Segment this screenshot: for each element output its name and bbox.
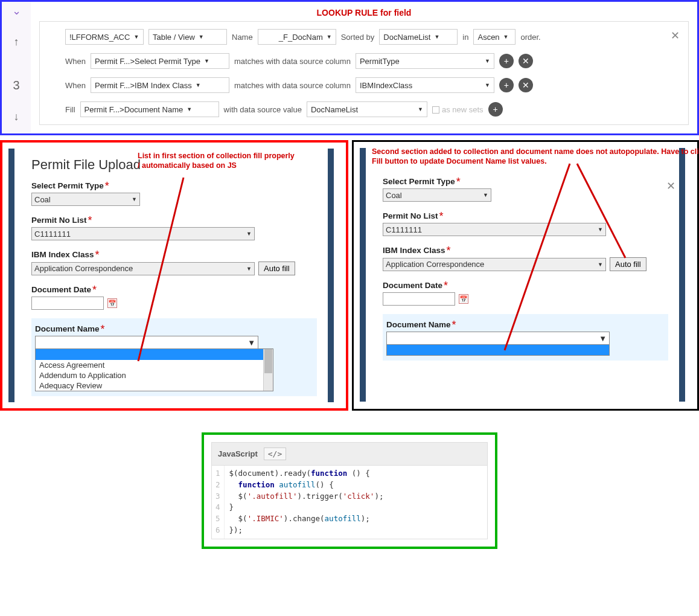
close-icon[interactable]: ✕ <box>671 29 680 42</box>
doc-name-dropdown-empty[interactable] <box>386 345 610 356</box>
ibm-index-select[interactable]: Application Correspondence▼ <box>383 258 606 271</box>
rule-header: LOOKUP RULE for field <box>39 8 689 18</box>
js-panel: JavaScript </> 123456 $(document).ready(… <box>202 432 497 549</box>
required-icon: * <box>456 176 461 188</box>
arrow-down-icon[interactable]: ↓ <box>14 111 19 123</box>
when-row-2: When Permit F...>IBM Index Class▼ matche… <box>47 77 681 93</box>
required-icon: * <box>444 280 448 292</box>
left-form-panel: List in first section of collection fill… <box>0 140 348 411</box>
doc-name-select[interactable]: ▼ <box>35 336 258 349</box>
required-icon: * <box>105 180 109 192</box>
arrow-up-icon[interactable]: ↑ <box>14 36 19 48</box>
required-icon: * <box>88 214 92 226</box>
required-icon: * <box>92 284 97 296</box>
close-icon[interactable]: ✕ <box>666 179 675 193</box>
with-label: with data source value <box>224 105 302 114</box>
doc-name-block: Document Name* ▼ <box>383 314 668 361</box>
fill-value-select[interactable]: DocNameList▼ <box>307 101 427 117</box>
permit-type-select[interactable]: Coal▼ <box>383 188 491 202</box>
ibm-index-label: IBM Index Class <box>31 250 94 259</box>
rule-box: ✕ !LFFORMS_ACC▼ Table / View▼ Name _F_Do… <box>39 21 689 125</box>
permit-type-label: Select Permit Type <box>383 177 455 186</box>
code-block: 123456 $(document).ready(function () { f… <box>211 466 488 539</box>
required-icon: * <box>452 319 456 331</box>
required-icon: * <box>439 210 444 222</box>
doc-name-block: Document Name* ▼ Access Agreement Addend… <box>31 318 317 396</box>
required-icon: * <box>95 249 100 261</box>
autofill-button[interactable]: Auto fill <box>610 257 646 271</box>
list-item[interactable] <box>36 349 263 360</box>
code-icon[interactable]: </> <box>264 448 286 460</box>
forms-row: List in first section of collection fill… <box>0 140 699 411</box>
order-select[interactable]: Ascen▼ <box>473 29 515 45</box>
permit-no-select[interactable]: C1111111▼ <box>383 223 606 236</box>
remove-icon[interactable]: ✕ <box>519 78 533 92</box>
doc-name-label: Document Name <box>386 320 451 329</box>
doc-date-input[interactable] <box>383 292 455 306</box>
when2-field-select[interactable]: Permit F...>IBM Index Class▼ <box>91 77 229 93</box>
doc-date-label: Document Date <box>31 285 91 294</box>
sorted-select[interactable]: DocNameList▼ <box>379 29 458 45</box>
fill-field-select[interactable]: Permit F...>Document Name▼ <box>80 101 219 117</box>
rule-number: 3 <box>13 79 19 92</box>
mode-select[interactable]: Table / View▼ <box>148 29 227 45</box>
permit-no-label: Permit No List <box>31 216 87 225</box>
match-label: matches with data source column <box>234 57 351 66</box>
name-label: Name <box>232 33 253 42</box>
permit-type-select[interactable]: Coal▼ <box>31 193 140 206</box>
scrollbar[interactable] <box>263 349 273 391</box>
when-label: When <box>65 57 86 66</box>
permit-type-label: Select Permit Type <box>31 181 104 190</box>
when-label: When <box>65 81 86 90</box>
as-new-sets: as new sets <box>432 105 484 114</box>
doc-date-input[interactable] <box>31 297 104 310</box>
doc-date-label: Document Date <box>383 281 442 290</box>
fill-label: Fill <box>65 105 75 114</box>
plus-icon[interactable]: + <box>499 78 514 92</box>
permit-no-select[interactable]: C1111111▼ <box>31 227 255 240</box>
required-icon: * <box>447 245 451 257</box>
js-header: JavaScript </> <box>211 442 488 466</box>
when1-field-select[interactable]: Permit F...>Select Permit Type▼ <box>91 53 229 69</box>
calendar-icon[interactable]: 📅 <box>107 298 117 308</box>
rule-top-row: !LFFORMS_ACC▼ Table / View▼ Name _F_DocN… <box>47 29 681 45</box>
when2-column-select[interactable]: IBMIndexClass▼ <box>356 77 494 93</box>
annotation-right: Second section added to collection and d… <box>372 147 699 167</box>
in-label: in <box>462 33 468 42</box>
calendar-icon[interactable]: 📅 <box>459 294 468 304</box>
code-content: $(document).ready(function () { function… <box>225 466 389 539</box>
match-label: matches with data source column <box>234 81 351 90</box>
js-title: JavaScript <box>218 449 258 458</box>
ibm-index-select[interactable]: Application Correspondence▼ <box>31 262 255 275</box>
permit-no-label: Permit No List <box>383 211 438 220</box>
doc-name-select[interactable]: ▼ <box>386 332 610 345</box>
doc-name-dropdown[interactable]: Access Agreement Addendum to Application… <box>35 348 273 391</box>
list-item[interactable]: Access Agreement <box>36 360 263 370</box>
when1-column-select[interactable]: PermitType▼ <box>356 53 494 69</box>
right-form-panel: Second section added to collection and d… <box>352 140 699 411</box>
annotation-left: List in first section of collection fill… <box>138 151 295 171</box>
source-select[interactable]: !LFFORMS_ACC▼ <box>65 29 144 45</box>
fill-row: Fill Permit F...>Document Name▼ with dat… <box>47 101 681 117</box>
required-icon: * <box>101 323 105 335</box>
when-row-1: When Permit F...>Select Permit Type▼ mat… <box>47 53 681 69</box>
remove-icon[interactable]: ✕ <box>519 54 533 68</box>
list-item[interactable]: Adequacy Review <box>36 380 263 391</box>
ibm-index-label: IBM Index Class <box>383 246 445 255</box>
order-label: order. <box>520 33 540 42</box>
line-numbers: 123456 <box>212 466 225 539</box>
plus-icon[interactable]: + <box>499 54 514 68</box>
sorted-label: Sorted by <box>341 33 375 42</box>
rule-gutter: ⌄ ↑ 3 ↓ <box>2 2 31 133</box>
doc-name-label: Document Name <box>35 324 100 333</box>
name-select[interactable]: _F_DocNam▼ <box>258 29 336 45</box>
list-item[interactable]: Addendum to Application <box>36 370 263 380</box>
plus-icon[interactable]: + <box>488 102 503 117</box>
chevron-down-icon: ⌄ <box>12 4 21 18</box>
autofill-button[interactable]: Auto fill <box>258 261 295 275</box>
lookup-rule-panel: ⌄ ↑ 3 ↓ LOOKUP RULE for field ✕ !LFFORMS… <box>0 0 699 135</box>
